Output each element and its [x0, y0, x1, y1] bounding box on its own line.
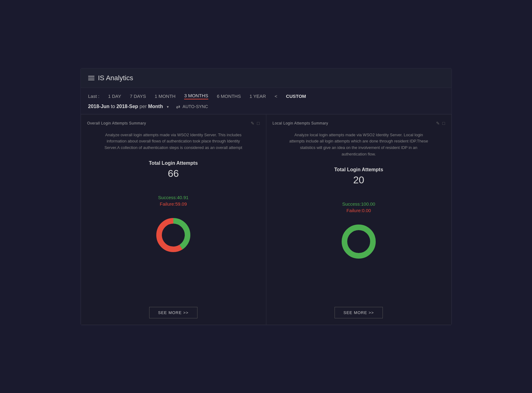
last-label: Last :	[88, 94, 100, 99]
chevron-button[interactable]: <	[275, 94, 277, 99]
date-to-separator: to	[111, 104, 116, 109]
local-edit-icon[interactable]: ✎	[436, 121, 440, 126]
filter-1month[interactable]: 1 MONTH	[155, 94, 176, 99]
local-failure-stat: Failure:0.00	[342, 208, 375, 213]
date-to: 2018-Sep	[116, 104, 138, 109]
filter-custom[interactable]: CUSTOM	[286, 94, 306, 99]
overall-panel-icons: ✎ □	[251, 121, 259, 126]
overall-panel: Overall Login Attempts Summary ✎ □ Analy…	[81, 114, 266, 325]
overall-panel-header: Overall Login Attempts Summary ✎ □	[87, 121, 260, 126]
filter-6months[interactable]: 6 MONTHS	[217, 94, 241, 99]
local-description: Analyze local login attempts made via WS…	[288, 132, 430, 158]
overall-edit-icon[interactable]: ✎	[251, 121, 254, 126]
overall-expand-icon[interactable]: □	[257, 121, 259, 126]
time-filters: Last : 1 DAY 7 DAYS 1 MONTH 3 MONTHS 6 M…	[88, 93, 444, 104]
overall-failure-stat: Failure:59.09	[158, 201, 188, 207]
local-success-stat: Success:100.00	[342, 201, 375, 207]
top-bar: IS Analytics	[81, 68, 452, 88]
date-from: 2018-Jun	[88, 104, 110, 109]
auto-sync[interactable]: ⇄ AUTO-SYNC	[176, 104, 208, 110]
overall-see-more-button[interactable]: SEE MORE >>	[149, 307, 197, 318]
hamburger-icon[interactable]	[88, 76, 94, 80]
main-content: Overall Login Attempts Summary ✎ □ Analy…	[81, 114, 452, 325]
svg-point-3	[162, 224, 184, 246]
local-total-count: 20	[334, 174, 383, 186]
per-label: per	[140, 104, 147, 109]
date-range-text: 2018-Jun to 2018-Sep per Month ▾	[88, 104, 169, 109]
overall-donut-chart	[155, 216, 192, 254]
overall-description: Analyze overall login attempts made via …	[102, 132, 244, 151]
overall-total-section: Total Login Attempts 66	[149, 160, 198, 179]
overall-stats: Success:40.91 Failure:59.09	[158, 195, 188, 212]
overall-total-label: Total Login Attempts	[149, 160, 198, 166]
local-panel: Local Login Attempts Summary ✎ □ Analyze…	[266, 114, 452, 325]
overall-success-stat: Success:40.91	[158, 195, 188, 200]
local-panel-header: Local Login Attempts Summary ✎ □	[273, 121, 445, 126]
svg-point-6	[348, 230, 370, 253]
local-panel-icons: ✎ □	[436, 121, 445, 126]
local-expand-icon[interactable]: □	[442, 121, 445, 126]
local-total-label: Total Login Attempts	[334, 167, 383, 172]
date-row: 2018-Jun to 2018-Sep per Month ▾ ⇄ AUTO-…	[88, 104, 444, 114]
time-range-bar: Last : 1 DAY 7 DAYS 1 MONTH 3 MONTHS 6 M…	[81, 88, 452, 114]
app-container: IS Analytics Last : 1 DAY 7 DAYS 1 MONTH…	[80, 68, 452, 325]
filter-3months[interactable]: 3 MONTHS	[184, 93, 208, 99]
filter-1year[interactable]: 1 YEAR	[249, 94, 266, 99]
local-donut-chart	[340, 223, 377, 260]
filter-1day[interactable]: 1 DAY	[108, 94, 121, 99]
local-panel-title: Local Login Attempts Summary	[273, 121, 328, 125]
local-see-more-button[interactable]: SEE MORE >>	[335, 307, 383, 318]
sync-icon: ⇄	[176, 104, 180, 110]
app-title: IS Analytics	[98, 74, 133, 82]
filter-7days[interactable]: 7 DAYS	[130, 94, 146, 99]
overall-panel-title: Overall Login Attempts Summary	[87, 121, 146, 125]
auto-sync-label: AUTO-SYNC	[183, 104, 208, 109]
local-total-section: Total Login Attempts 20	[334, 167, 383, 186]
granularity: Month	[148, 104, 163, 109]
local-stats: Success:100.00 Failure:0.00	[342, 201, 375, 218]
overall-total-count: 66	[149, 168, 198, 179]
granularity-dropdown-arrow[interactable]: ▾	[167, 105, 169, 109]
